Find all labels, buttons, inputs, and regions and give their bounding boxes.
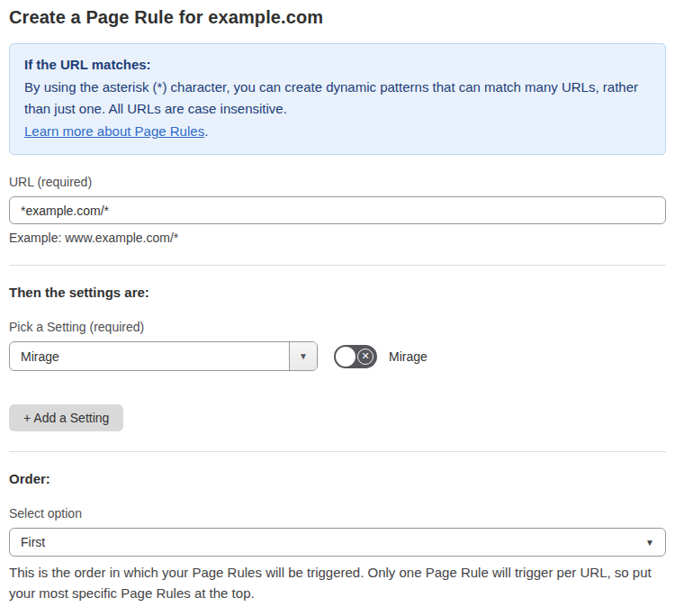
info-box-heading: If the URL matches: [24,54,651,76]
order-select-label: Select option [9,506,666,521]
toggle-setting-label: Mirage [389,349,428,364]
url-field-label: URL (required) [9,175,666,189]
page-title: Create a Page Rule for example.com [9,7,666,28]
caret-down-icon: ▼ [645,538,654,548]
link-suffix: . [204,123,208,139]
url-example-helper: Example: www.example.com/* [9,231,666,245]
divider [9,265,666,266]
create-page-rule-form: Create a Page Rule for example.com If th… [0,0,675,616]
order-select[interactable]: First ▼ [9,528,666,557]
pick-setting-label: Pick a Setting (required) [9,320,666,334]
order-helper-text: This is the order in which your Page Rul… [9,562,666,603]
add-setting-button[interactable]: + Add a Setting [9,404,123,431]
info-box-link-line: Learn more about Page Rules. [24,121,651,142]
divider [9,451,666,452]
toggle-off-x-icon: ✕ [357,349,374,365]
url-match-info-box: If the URL matches: By using the asteris… [9,43,666,155]
info-box-body: By using the asterisk (*) character, you… [24,77,651,120]
order-section-heading: Order: [9,471,666,486]
setting-row: Mirage ▼ ✕ Mirage [9,341,666,371]
mirage-toggle[interactable]: ✕ [334,345,377,368]
url-input[interactable] [9,196,666,224]
chevron-down-icon[interactable]: ▼ [289,342,317,370]
order-select-value: First [21,535,45,549]
learn-more-link[interactable]: Learn more about Page Rules [24,123,204,139]
toggle-knob [336,347,356,367]
setting-dropdown[interactable]: Mirage ▼ [9,341,318,371]
settings-section-heading: Then the settings are: [9,285,666,300]
setting-dropdown-value: Mirage [10,342,289,370]
